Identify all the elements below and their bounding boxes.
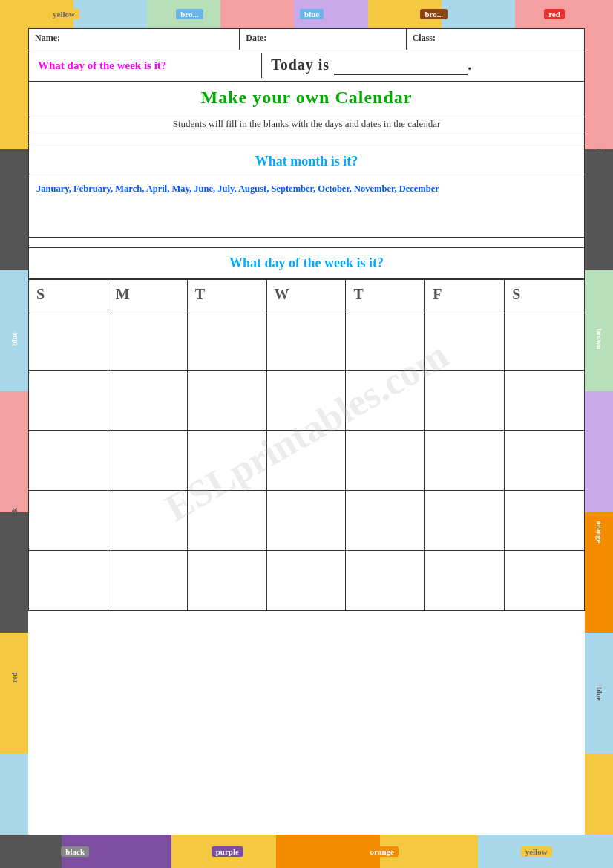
cell-4-7[interactable] (505, 491, 584, 550)
border-bottom: black purple orange yellow (0, 835, 613, 868)
cell-3-4[interactable] (267, 431, 347, 490)
crayon-purple-bottom: purple (212, 846, 243, 857)
cell-5-7[interactable] (505, 551, 584, 610)
cell-5-1[interactable] (29, 551, 108, 610)
left-label-blue: blue (10, 324, 19, 353)
cell-2-4[interactable] (267, 371, 347, 430)
date-label: Date: (246, 33, 266, 43)
crayon-yellow-bottom: yellow (521, 846, 552, 857)
cell-4-5[interactable] (346, 491, 425, 550)
border-right: red brown orange blue (585, 28, 613, 835)
today-prefix: Today is (271, 56, 334, 73)
cell-3-1[interactable] (29, 431, 108, 490)
today-answer: Today is . (262, 50, 584, 81)
cell-3-2[interactable] (108, 431, 188, 490)
cell-1-2[interactable] (108, 310, 188, 370)
title-section: Make your own Calendar (28, 81, 585, 114)
cell-5-6[interactable] (425, 551, 505, 610)
cell-2-3[interactable] (188, 371, 267, 430)
main-title: Make your own Calendar (201, 88, 413, 107)
cell-3-3[interactable] (188, 431, 267, 490)
left-label-yellow: yellow (10, 163, 19, 192)
calendar-grid: S M T W T F S (28, 279, 585, 611)
border-top: yellow bro... blue bro... red (0, 0, 613, 28)
cell-2-6[interactable] (425, 371, 505, 430)
cell-4-1[interactable] (29, 491, 108, 550)
cell-3-5[interactable] (346, 431, 425, 490)
week-question: What day of the week is it? (29, 248, 584, 279)
cell-5-5[interactable] (346, 551, 425, 610)
name-label: Name: (35, 33, 60, 43)
instructions-text: Students will fill in the blanks with th… (173, 118, 441, 129)
day-header-fri: F (425, 280, 505, 310)
crayon-blue2-top: blue (300, 9, 324, 19)
today-row: What day of the week is it? Today is . (28, 50, 585, 81)
cell-2-7[interactable] (505, 371, 584, 430)
cell-2-1[interactable] (29, 371, 108, 430)
calendar-row-2 (29, 371, 584, 431)
calendar-header: S M T W T F S (29, 280, 584, 310)
calendar-row-4 (29, 491, 584, 551)
cell-5-3[interactable] (188, 551, 267, 610)
crayon-yellow-top: yellow (48, 9, 79, 19)
month-section: What month is it? January, February, Mar… (28, 146, 585, 237)
spacer-2 (28, 237, 585, 247)
cell-3-7[interactable] (505, 431, 584, 490)
right-label-brown: brown (595, 324, 603, 353)
right-label-red: red (595, 139, 603, 167)
crayon-black-bottom: black (61, 846, 89, 857)
day-header-mon: M (108, 280, 188, 310)
cell-4-3[interactable] (188, 491, 267, 550)
crayon-brown-top: bro... (420, 9, 448, 19)
class-field[interactable]: Class: (407, 29, 584, 50)
calendar-row-5 (29, 551, 584, 610)
cell-1-1[interactable] (29, 310, 108, 370)
cell-1-3[interactable] (188, 310, 267, 370)
cell-4-6[interactable] (425, 491, 505, 550)
months-list: January, February, March, April, May, Ju… (29, 177, 584, 237)
cell-4-2[interactable] (108, 491, 188, 550)
day-header-wed: W (267, 280, 347, 310)
cell-1-7[interactable] (505, 310, 584, 370)
crayon-red-top: red (544, 9, 565, 19)
right-label-orange: orange (595, 518, 603, 546)
cell-2-5[interactable] (346, 371, 425, 430)
border-left: yellow blue black red (0, 28, 28, 835)
today-question: What day of the week is it? (29, 53, 262, 78)
header-fields: Name: Date: Class: (28, 28, 585, 50)
main-content: ESLprintables.com Name: Date: Class: Wha… (28, 28, 585, 835)
name-field[interactable]: Name: (29, 29, 240, 50)
day-header-thu: T (346, 280, 425, 310)
left-label-red: red (10, 663, 19, 691)
day-header-sun: S (29, 280, 108, 310)
crayon-orange-bottom: orange (366, 846, 399, 857)
months-text: January, February, March, April, May, Ju… (36, 183, 439, 195)
date-field[interactable]: Date: (240, 29, 406, 50)
today-period: . (468, 56, 472, 73)
left-label-black: black (10, 502, 19, 530)
cell-2-2[interactable] (108, 371, 188, 430)
today-blank[interactable] (334, 56, 468, 75)
month-question: What month is it? (29, 146, 584, 177)
cell-4-4[interactable] (267, 491, 347, 550)
calendar-row-1 (29, 310, 584, 371)
cell-5-4[interactable] (267, 551, 347, 610)
instructions-row: Students will fill in the blanks with th… (28, 114, 585, 134)
cell-3-6[interactable] (425, 431, 505, 490)
cell-1-5[interactable] (346, 310, 425, 370)
right-label-blue: blue (595, 679, 603, 708)
cell-5-2[interactable] (108, 551, 188, 610)
day-header-sat: S (505, 280, 584, 310)
cell-1-6[interactable] (425, 310, 505, 370)
spacer-1 (28, 134, 585, 146)
calendar-row-3 (29, 431, 584, 491)
week-section: What day of the week is it? (28, 247, 585, 279)
class-label: Class: (413, 33, 436, 43)
day-header-tue: T (188, 280, 267, 310)
crayon-blue-top: bro... (176, 9, 203, 19)
cell-1-4[interactable] (267, 310, 347, 370)
